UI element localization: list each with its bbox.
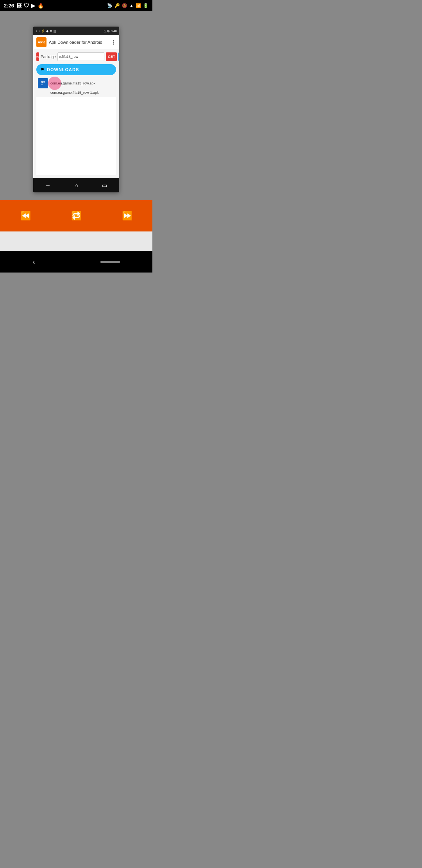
rewind-button[interactable]: ⏪ bbox=[20, 211, 31, 221]
orange-toolbar: ⏪ 🔁 ⏩ bbox=[0, 200, 152, 231]
guide-button[interactable]: GUIDE bbox=[118, 52, 119, 61]
inner-phone-card: ↓ ↓ ⚡ ◆ ✱ ||| 오후 8:40 APK Apk Downloader… bbox=[33, 27, 119, 192]
toolbar-menu-icon[interactable]: ⋮ bbox=[111, 39, 116, 45]
fast-forward-button[interactable]: ⏩ bbox=[122, 211, 132, 221]
inner-status-bar: ↓ ↓ ⚡ ◆ ✱ ||| 오후 8:40 bbox=[33, 27, 119, 35]
downloads-flag-icon: ⚑ bbox=[40, 67, 45, 72]
app-icon-label: APK bbox=[38, 40, 45, 44]
wifi-icon: ▲ bbox=[129, 3, 134, 8]
download-item-2[interactable]: com.ea.game.fifa15_row-1.apk bbox=[36, 91, 116, 95]
download-icon: ↓ bbox=[36, 29, 37, 33]
bottom-back-button[interactable]: ‹ bbox=[32, 257, 35, 266]
shield-icon: 🛡 bbox=[24, 3, 29, 9]
app-toolbar: APK Apk Downloader for Android ⋮ bbox=[33, 35, 119, 49]
downloads-banner: ⚑ DOWNLOADS bbox=[36, 64, 116, 75]
signal-icon: 📶 bbox=[136, 3, 141, 8]
inner-nav-bar: ← ⌂ ▭ bbox=[33, 178, 119, 192]
cast-icon: 📡 bbox=[107, 3, 113, 8]
empty-content-area bbox=[36, 97, 116, 175]
screenshot-icon: 🖼 bbox=[16, 3, 21, 9]
download2-icon: ↓ bbox=[38, 29, 40, 33]
home-pill[interactable] bbox=[100, 261, 120, 263]
light-strip bbox=[0, 231, 152, 251]
repeat-button[interactable]: 🔁 bbox=[71, 211, 82, 221]
host-status-right: 📡 🔑 🔕 ▲ 📶 🔋 bbox=[107, 3, 148, 8]
envelope-icon: ✉ bbox=[36, 52, 39, 61]
play-icon: ▶ bbox=[31, 3, 35, 9]
package-row: ✉ Package GET GUIDE bbox=[36, 52, 116, 61]
home-nav-icon[interactable]: ⌂ bbox=[75, 182, 78, 188]
signal-bars-icon: ||| bbox=[54, 29, 56, 33]
download-filename-2: com.ea.game.fifa15_row-1.apk bbox=[50, 91, 99, 95]
package-input[interactable] bbox=[57, 52, 104, 61]
android-icon: ◆ bbox=[46, 29, 48, 33]
app-title: Apk Downloader for Android bbox=[49, 40, 111, 45]
fire-icon: 🔥 bbox=[38, 3, 44, 9]
gray-background: ↓ ↓ ⚡ ◆ ✱ ||| 오후 8:40 APK Apk Downloader… bbox=[0, 11, 152, 200]
bluetooth-icon: ✱ bbox=[50, 29, 52, 33]
game-thumbnail: FIFA15 bbox=[38, 78, 48, 88]
downloads-label: DOWNLOADS bbox=[47, 67, 79, 72]
host-status-left: 2:26 🖼 🛡 ▶ 🔥 bbox=[4, 3, 44, 9]
bell-off-icon: 🔕 bbox=[122, 3, 127, 8]
bottom-black-bar: ‹ bbox=[0, 251, 152, 273]
usb-icon: ⚡ bbox=[41, 29, 45, 33]
get-button[interactable]: GET bbox=[106, 52, 117, 61]
back-nav-icon[interactable]: ← bbox=[45, 182, 51, 188]
touch-ripple bbox=[48, 77, 61, 90]
inner-time: 오후 8:40 bbox=[104, 29, 117, 33]
inner-status-icons-left: ↓ ↓ ⚡ ◆ ✱ ||| bbox=[36, 29, 56, 33]
key-icon: 🔑 bbox=[114, 3, 120, 8]
app-icon: APK bbox=[36, 37, 46, 47]
download-item-1[interactable]: FIFA15 com.ea.game.fifa15_row.apk bbox=[36, 78, 116, 88]
package-label: Package bbox=[41, 55, 56, 59]
host-status-bar: 2:26 🖼 🛡 ▶ 🔥 📡 🔑 🔕 ▲ 📶 🔋 bbox=[0, 0, 152, 11]
app-content: ✉ Package GET GUIDE ⚑ DOWNLOADS FIFA15 c… bbox=[33, 49, 119, 178]
recents-nav-icon[interactable]: ▭ bbox=[102, 182, 107, 188]
battery-icon: 🔋 bbox=[143, 3, 148, 8]
host-time: 2:26 bbox=[4, 3, 14, 9]
inner-status-right: 오후 8:40 bbox=[104, 29, 117, 33]
